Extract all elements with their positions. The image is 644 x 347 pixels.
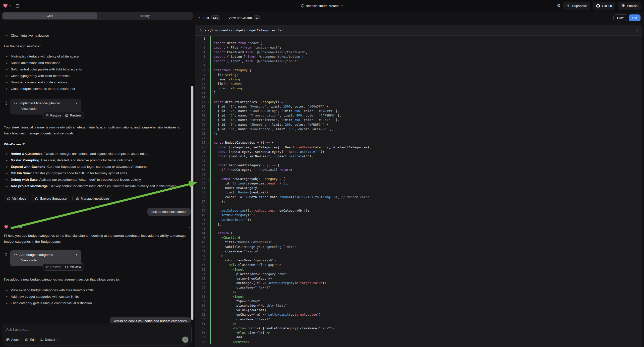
design-bullet: Subtle animations and transitions [4,60,191,66]
more-options-icon[interactable]: ··· [186,225,191,229]
design-bullet: Glass-morphic elements for a premium fee… [4,86,191,92]
chat-scrollbar-thumb[interactable] [191,86,194,320]
code-line: 12 color: string; [195,86,642,90]
fold-toggle-icon[interactable]: ⌄ [206,163,210,168]
code-line: 59 type="number" [195,299,642,304]
version-card-1[interactable]: Implement financial planner View code ⟳R… [10,98,82,114]
preview-button[interactable]: Preview [65,265,81,269]
project-switcher[interactable]: financial-future-creator [300,4,343,8]
visit-docs-button[interactable]: Visit docs [4,195,29,202]
view-on-github-button[interactable]: View on GitHub G [228,16,260,20]
fold-toggle-icon[interactable]: ⌄ [206,177,210,181]
diff-toggle-button[interactable]: Diff [629,14,640,21]
fold-toggle-icon [206,213,210,217]
chat-scroll-area[interactable]: Clean, intuitive navigation For the desi… [0,31,195,322]
bookmark-icon[interactable] [4,253,8,266]
chat-input-box[interactable]: Attach Edit Default ↑ [2,324,192,346]
explore-supabase-button[interactable]: Explore Supabase [32,195,70,202]
design-bullet: Soft, neutral color palette with light b… [4,66,191,73]
code-line: 31 [195,172,642,177]
fold-toggle-icon [206,168,210,172]
version-card-2[interactable]: Add budget categories View code ⟳Restore… [10,250,82,266]
collapse-file-icon[interactable] [635,29,638,32]
code-line: 46 title="Budget Categories" [195,240,642,244]
attach-button[interactable]: Attach [6,338,20,342]
code-line: 26 const [newCategory, setNewCategory] =… [195,150,642,154]
code-editor[interactable]: 12import React from 'react';3import { Pl… [195,36,642,347]
line-number: 55 [195,281,206,285]
line-number: 52 [195,267,206,272]
line-number: 2 [195,41,206,45]
fold-toggle-icon [206,290,210,294]
code-line: 5import { Button } from '@/components/ui… [195,54,642,59]
tab-chat[interactable]: Chat [2,12,97,19]
line-number: 62 [195,312,206,317]
raw-toggle-button[interactable]: Raw [614,14,627,21]
design-bullet: Rounded corners and subtle shadows [4,79,191,86]
fold-toggle-icon[interactable]: ⌄ [206,68,210,72]
code-line: 16 { id: '1', name: 'Housing', limit: 15… [195,104,642,109]
external-link-icon [65,114,68,117]
code-line: 61 value={newLimit} [195,308,642,312]
line-number: 21 [195,127,206,132]
preview-button[interactable]: Preview [65,114,81,117]
view-code-link[interactable]: View code [21,258,78,262]
line-number: 47 [195,245,206,249]
fold-toggle-icon [206,150,210,154]
line-number: 30 [195,168,206,172]
message-circle-icon [35,197,38,200]
chat-input-field[interactable] [6,328,188,332]
heart-logo-icon [3,3,8,8]
code-line: 15⌄const defaultCategories: Category[] =… [195,100,642,104]
design-bullet: Clean typography with clear hierarchies [4,73,191,79]
manage-knowledge-button[interactable]: Manage knowledge [72,195,112,202]
chevron-down-icon [9,4,12,7]
line-number: 16 [195,104,206,109]
publish-button[interactable]: Publish [618,2,641,10]
sliders-icon [40,338,43,342]
fold-toggle-icon[interactable]: ⌄ [206,100,210,104]
assistant-header: Lovable ··· [4,225,191,229]
line-number: 51 [195,262,206,267]
view-code-link[interactable]: View code [21,107,78,110]
code-line: 53 placeholder="Category name" [195,272,642,276]
line-number: 58 [195,294,206,299]
fold-toggle-icon [206,231,210,236]
code-line: 63 className="flex-1" [195,317,642,322]
exit-button[interactable]: Exit ESC [198,16,220,20]
code-line: 1 [195,36,642,41]
supabase-button[interactable]: Supabase [563,2,590,10]
code-line: 64 /> [195,322,642,326]
fold-toggle-icon [206,59,210,64]
lovable-logo[interactable] [3,3,12,8]
bookmark-icon[interactable] [4,101,8,114]
restore-button[interactable]: ⟳Restore [46,114,61,117]
fold-toggle-icon [206,285,210,290]
fold-toggle-icon[interactable]: ⌄ [206,140,210,145]
send-button[interactable]: ↑ [182,336,188,343]
code-line: 39 setCategories([...categories, newCate… [195,208,642,213]
line-number: 36 [195,195,206,200]
github-button[interactable]: GitHub [593,2,615,10]
restore-button[interactable]: ⟳Restore [46,265,61,269]
list-item: Clean, intuitive navigation [4,32,191,39]
chevron-right-icon[interactable] [75,254,78,256]
line-number: 48 [195,249,206,254]
fold-toggle-icon [206,330,210,335]
sidebar-toggle-button[interactable] [14,2,22,10]
mode-selector[interactable]: Default [40,338,59,342]
chevron-right-icon[interactable] [75,102,78,105]
fold-toggle-icon [206,281,210,285]
code-line: 49 > [195,254,642,258]
code-line: 7 [195,64,642,68]
line-number: 40 [195,213,206,217]
next-step-item: GitHub Sync: Transfer your project's cod… [4,170,191,176]
fold-toggle-icon [206,299,210,304]
file-header[interactable]: src/components/budget/BudgetCategories.t… [195,25,642,36]
tab-history[interactable]: History [97,12,192,19]
line-number: 66 [195,330,206,335]
fold-toggle-icon [206,50,210,54]
edit-mode-button[interactable]: Edit [25,338,35,342]
line-number: 5 [195,54,206,59]
settings-gear-icon[interactable]: ⚙ [557,3,560,8]
